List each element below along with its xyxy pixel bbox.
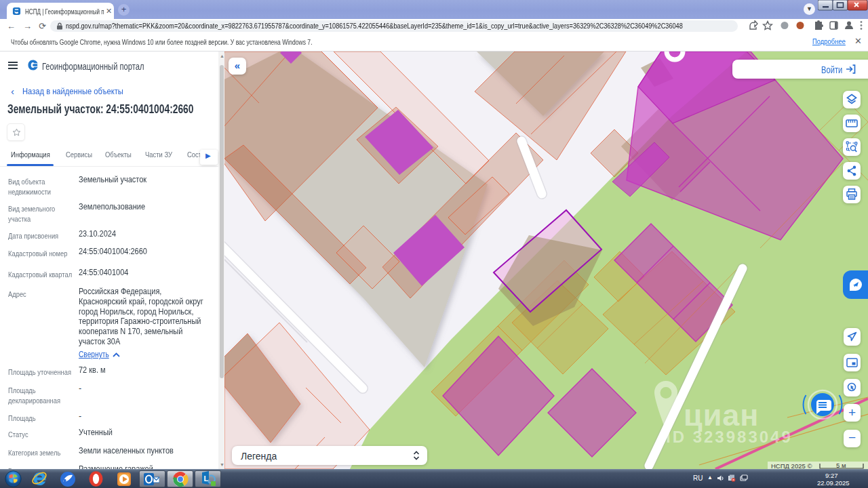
- svg-text:ID 323983049: ID 323983049: [666, 428, 793, 446]
- svg-text:L: L: [204, 474, 209, 483]
